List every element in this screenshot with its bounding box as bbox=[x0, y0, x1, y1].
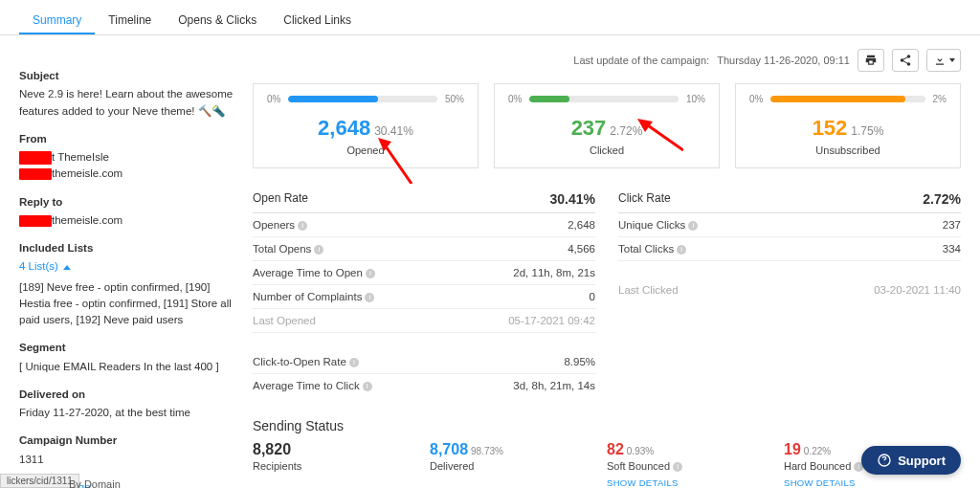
tab-summary[interactable]: Summary bbox=[19, 8, 95, 34]
click-rate-title: Click Rate bbox=[618, 191, 671, 207]
stats-key: Click-to-Open Ratei bbox=[253, 356, 359, 367]
lists-detail: [189] Neve free - optin confirmed, [190]… bbox=[19, 279, 237, 329]
help-icon bbox=[877, 453, 892, 468]
tab-opens-clicks[interactable]: Opens & Clicks bbox=[165, 8, 270, 34]
from-label: From bbox=[19, 131, 237, 147]
clicked-count: 237 bbox=[571, 116, 607, 140]
info-icon: i bbox=[366, 269, 375, 278]
clicked-pct: 2.72% bbox=[610, 124, 642, 138]
delivered-pct: 98.73% bbox=[471, 446, 503, 456]
show-details-hard[interactable]: SHOW DETAILS bbox=[784, 477, 856, 488]
redacted-email bbox=[19, 168, 52, 180]
unsub-label: Unsubscribed bbox=[749, 144, 947, 156]
card-hi: 10% bbox=[686, 94, 705, 104]
card-lo: 0% bbox=[508, 94, 522, 104]
hard-pct: 0.22% bbox=[804, 446, 831, 456]
info-icon: i bbox=[363, 382, 372, 391]
stats-value: 0 bbox=[590, 291, 595, 302]
reply-label: Reply to bbox=[19, 194, 237, 211]
card-opened: 0%50% 2,64830.41% Opened bbox=[253, 83, 479, 168]
info-icon: i bbox=[673, 462, 682, 472]
stats-key: Unique Clicksi bbox=[618, 219, 698, 231]
reply-email: themeisle.com bbox=[52, 214, 122, 226]
card-lo: 0% bbox=[749, 94, 763, 104]
tab-timeline[interactable]: Timeline bbox=[95, 8, 165, 34]
show-details-soft[interactable]: SHOW DETAILS bbox=[607, 477, 679, 488]
download-button[interactable] bbox=[926, 49, 961, 72]
stats-value: 05-17-2021 09:42 bbox=[508, 315, 595, 326]
stats-row: Total Opensi4,566 bbox=[253, 237, 595, 261]
stats-value: 3d, 8h, 21m, 14s bbox=[513, 380, 595, 391]
soft-count: 82 bbox=[607, 441, 624, 457]
from-name: t ThemeIsle bbox=[52, 151, 109, 163]
info-icon: i bbox=[349, 358, 359, 367]
print-button[interactable] bbox=[858, 49, 884, 72]
soft-label: Soft Bouncedi bbox=[607, 460, 784, 472]
support-button[interactable]: Support bbox=[861, 446, 961, 475]
stats-value: 03-20-2021 11:40 bbox=[874, 284, 961, 296]
opened-count: 2,648 bbox=[318, 116, 370, 140]
stats-key: Average Time to Openi bbox=[253, 267, 375, 278]
segment-value: [ Unique EMAIL Readers In the last 400 ] bbox=[19, 359, 237, 375]
stats-row: Number of Complaintsi0 bbox=[253, 285, 595, 309]
svg-point-5 bbox=[884, 463, 885, 464]
stats-key: Total Clicksi bbox=[618, 243, 686, 255]
print-icon bbox=[864, 54, 878, 67]
tabs: Summary Timeline Opens & Clicks Clicked … bbox=[0, 8, 980, 35]
stats-key: Total Opensi bbox=[253, 243, 323, 255]
stats-key: Openersi bbox=[253, 219, 307, 231]
campnum-label: Campaign Number bbox=[19, 433, 237, 449]
info-icon: i bbox=[314, 245, 323, 255]
redacted-name bbox=[19, 151, 52, 165]
segment-label: Segment bbox=[19, 340, 237, 356]
delivered-label: Delivered on bbox=[19, 387, 237, 403]
recipients-count: 8,820 bbox=[253, 441, 430, 458]
download-icon bbox=[933, 54, 947, 67]
lists-toggle[interactable]: 4 List(s) bbox=[19, 260, 58, 272]
chevron-down-icon bbox=[949, 58, 955, 62]
opened-pct: 30.41% bbox=[374, 124, 413, 138]
last-update-date: Thursday 11-26-2020, 09:11 bbox=[717, 55, 850, 66]
stats-value: 2,648 bbox=[568, 219, 595, 231]
support-label: Support bbox=[898, 454, 946, 468]
sending-status: Sending Status 8,820 Recipients 8,70898.… bbox=[253, 418, 961, 488]
sidebar: Subject Neve 2.9 is here! Learn about th… bbox=[19, 68, 237, 488]
delivered-value: Friday 11-27-2020, at the best time bbox=[19, 405, 237, 421]
stats-key: Average Time to Clicki bbox=[253, 380, 372, 391]
lists-label: Included Lists bbox=[19, 240, 237, 256]
info-icon: i bbox=[365, 293, 374, 302]
stats-value: 2d, 11h, 8m, 21s bbox=[513, 267, 595, 278]
subject-value: Neve 2.9 is here! Learn about the awesom… bbox=[19, 86, 237, 120]
tab-clicked-links[interactable]: Clicked Links bbox=[270, 8, 365, 34]
click-rate-panel: Click Rate2.72% Unique Clicksi237Total C… bbox=[618, 186, 961, 397]
main: Last update of the campaign: Thursday 11… bbox=[253, 49, 961, 488]
stats-row: Openersi2,648 bbox=[253, 213, 595, 237]
card-unsubscribed: 0%2% 1521.75% Unsubscribed bbox=[735, 83, 961, 168]
caret-up-icon bbox=[63, 265, 71, 270]
sending-title: Sending Status bbox=[253, 418, 961, 433]
delivered-count: 8,708 bbox=[430, 441, 468, 457]
stats-key: Last Clicked bbox=[618, 284, 679, 296]
open-rate-value: 30.41% bbox=[550, 191, 595, 207]
share-button[interactable] bbox=[892, 49, 919, 72]
campnum-value: 1311 bbox=[19, 452, 237, 468]
info-icon: i bbox=[677, 245, 686, 255]
share-icon bbox=[899, 54, 912, 67]
browser-status: lickers/cid/1311 bbox=[0, 474, 79, 488]
recipients-label: Recipients bbox=[253, 460, 430, 472]
stats-row: Unique Clicksi237 bbox=[618, 213, 961, 237]
stats-value: 4,566 bbox=[568, 243, 595, 255]
info-icon: i bbox=[298, 221, 307, 231]
opened-label: Opened bbox=[267, 144, 464, 156]
delivered-label: Delivered bbox=[430, 460, 607, 472]
click-rate-value: 2.72% bbox=[923, 191, 961, 207]
by-domain-label: By Domain bbox=[69, 478, 121, 488]
card-lo: 0% bbox=[267, 94, 280, 104]
from-email: themeisle.com bbox=[52, 167, 122, 179]
redacted-reply bbox=[19, 215, 52, 227]
info-icon: i bbox=[688, 221, 698, 231]
stats-row: Last Opened05-17-2021 09:42 bbox=[253, 309, 595, 333]
stats-row: Average Time to Clicki3d, 8h, 21m, 14s bbox=[253, 374, 595, 397]
stats-value: 334 bbox=[943, 243, 961, 255]
subject-label: Subject bbox=[19, 68, 237, 84]
